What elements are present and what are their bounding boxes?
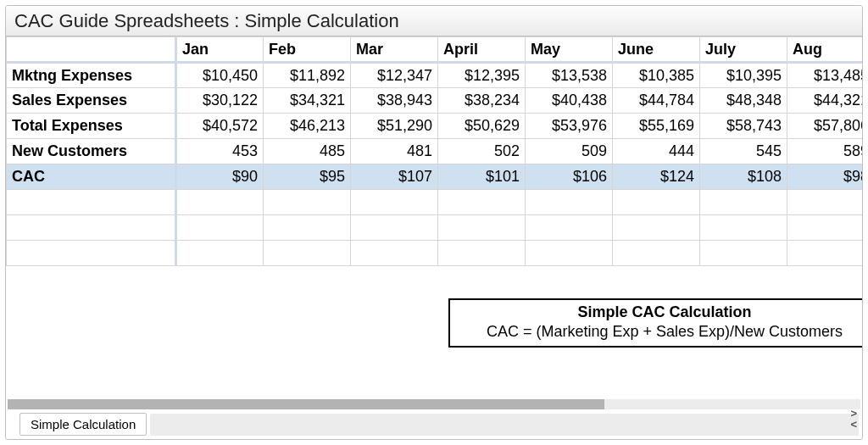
cell[interactable]: $124 xyxy=(613,164,700,190)
cell[interactable]: $11,892 xyxy=(264,63,351,88)
cell[interactable]: $55,169 xyxy=(613,114,700,139)
row-header[interactable]: Mktng Expenses xyxy=(7,63,176,88)
cell[interactable] xyxy=(351,215,438,241)
cell[interactable]: 589 xyxy=(787,139,863,164)
table-row: Sales Expenses$30,122$34,321$38,943$38,2… xyxy=(7,88,863,114)
cell[interactable]: $13,538 xyxy=(526,63,613,88)
cell[interactable]: $30,122 xyxy=(176,88,264,114)
cell[interactable]: $108 xyxy=(700,164,787,190)
cell[interactable]: 509 xyxy=(526,139,613,164)
cell[interactable]: $10,395 xyxy=(700,63,787,88)
row-header[interactable] xyxy=(7,190,176,215)
cell[interactable] xyxy=(526,241,613,266)
cell[interactable] xyxy=(526,215,613,241)
cell[interactable]: $98 xyxy=(787,164,863,190)
cell[interactable] xyxy=(526,190,613,215)
cell[interactable]: $13,485 xyxy=(787,63,863,88)
column-header[interactable]: Mar xyxy=(351,37,438,63)
cell[interactable]: $34,321 xyxy=(264,88,351,114)
table-row xyxy=(7,241,863,266)
table-row: Mktng Expenses$10,450$11,892$12,347$12,3… xyxy=(7,63,863,88)
column-header[interactable]: Jan xyxy=(176,37,264,63)
cell[interactable] xyxy=(176,190,264,215)
column-header[interactable]: July xyxy=(700,37,787,63)
cell[interactable] xyxy=(176,241,264,266)
sheet-tab-bar: Simple Calculation > < xyxy=(6,411,862,439)
row-header[interactable] xyxy=(7,215,176,241)
column-header[interactable]: May xyxy=(526,37,613,63)
cell[interactable] xyxy=(787,190,863,215)
cell[interactable]: 485 xyxy=(264,139,351,164)
row-header[interactable]: New Customers xyxy=(7,139,176,164)
tab-nav-arrows: > < xyxy=(850,408,857,430)
annotation-formula: CAC = (Marketing Exp + Sales Exp)/New Cu… xyxy=(487,323,843,340)
cell[interactable]: $44,321 xyxy=(787,88,863,114)
annotation-title: Simple CAC Calculation xyxy=(459,303,862,322)
cell[interactable]: $95 xyxy=(264,164,351,190)
cell[interactable] xyxy=(613,215,700,241)
cell[interactable] xyxy=(264,241,351,266)
cell[interactable]: $48,348 xyxy=(700,88,787,114)
cell[interactable] xyxy=(264,190,351,215)
cell[interactable]: $12,347 xyxy=(351,63,438,88)
tab-prev-icon[interactable]: < xyxy=(850,419,857,430)
row-header[interactable]: Sales Expenses xyxy=(7,88,176,114)
table-row xyxy=(7,190,863,215)
cell[interactable]: $50,629 xyxy=(438,114,526,139)
cell[interactable] xyxy=(700,241,787,266)
table-row xyxy=(7,215,863,241)
cell[interactable] xyxy=(787,241,863,266)
cell[interactable]: $10,385 xyxy=(613,63,700,88)
horizontal-scrollbar[interactable] xyxy=(8,399,860,409)
row-header[interactable]: Total Expenses xyxy=(7,114,176,139)
cell[interactable]: $10,450 xyxy=(176,63,264,88)
cell[interactable]: $46,213 xyxy=(264,114,351,139)
cell[interactable]: $90 xyxy=(176,164,264,190)
cell[interactable]: 481 xyxy=(351,139,438,164)
column-header[interactable]: April xyxy=(438,37,526,63)
cell[interactable]: $40,572 xyxy=(176,114,264,139)
cell[interactable]: $51,290 xyxy=(351,114,438,139)
cell[interactable]: $40,438 xyxy=(526,88,613,114)
cell[interactable]: $53,976 xyxy=(526,114,613,139)
cell[interactable]: $12,395 xyxy=(438,63,526,88)
cell[interactable]: $38,234 xyxy=(438,88,526,114)
cell[interactable]: $106 xyxy=(526,164,613,190)
column-header-row: Jan Feb Mar April May June July Aug xyxy=(7,37,863,63)
cell[interactable] xyxy=(438,190,526,215)
spreadsheet-grid[interactable]: Jan Feb Mar April May June July Aug Mktn… xyxy=(6,36,862,266)
cell[interactable]: $101 xyxy=(438,164,526,190)
column-header[interactable]: Feb xyxy=(264,37,351,63)
cell[interactable] xyxy=(351,190,438,215)
cell[interactable] xyxy=(700,215,787,241)
cell[interactable] xyxy=(438,241,526,266)
tab-bar-track xyxy=(150,414,859,436)
cell[interactable] xyxy=(787,215,863,241)
cell[interactable]: 453 xyxy=(176,139,264,164)
cell[interactable] xyxy=(176,215,264,241)
row-header[interactable]: CAC xyxy=(7,164,176,190)
cell[interactable]: $58,743 xyxy=(700,114,787,139)
cell[interactable] xyxy=(264,215,351,241)
row-header[interactable] xyxy=(7,241,176,266)
cell[interactable] xyxy=(700,190,787,215)
cell[interactable]: $107 xyxy=(351,164,438,190)
table-row: CAC$90$95$107$101$106$124$108$98 xyxy=(7,164,863,190)
cell[interactable] xyxy=(351,241,438,266)
cell[interactable]: 545 xyxy=(700,139,787,164)
column-header[interactable]: Aug xyxy=(787,37,863,63)
cell[interactable] xyxy=(613,190,700,215)
cell[interactable]: 502 xyxy=(438,139,526,164)
cell[interactable] xyxy=(438,215,526,241)
column-header[interactable]: June xyxy=(613,37,700,63)
grid-viewport[interactable]: Jan Feb Mar April May June July Aug Mktn… xyxy=(6,36,862,399)
scrollbar-thumb[interactable] xyxy=(8,399,604,409)
sheet-tab-simple-calculation[interactable]: Simple Calculation xyxy=(19,413,147,436)
formula-annotation: Simple CAC Calculation CAC = (Marketing … xyxy=(448,298,862,348)
table-row: New Customers453485481502509444545589 xyxy=(7,139,863,164)
cell[interactable]: $57,806 xyxy=(787,114,863,139)
cell[interactable]: $44,784 xyxy=(613,88,700,114)
cell[interactable] xyxy=(613,241,700,266)
cell[interactable]: 444 xyxy=(613,139,700,164)
cell[interactable]: $38,943 xyxy=(351,88,438,114)
